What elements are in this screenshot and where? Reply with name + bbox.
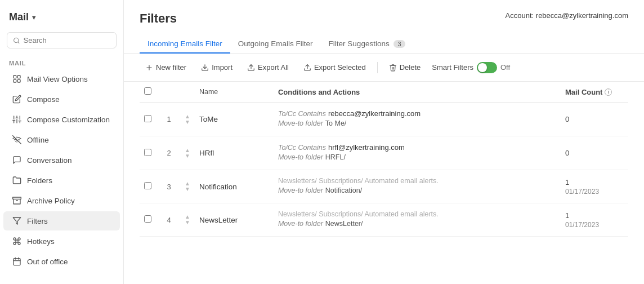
row-number: 4 — [158, 203, 180, 237]
row-checkbox[interactable] — [144, 115, 151, 122]
sidebar-item-conversation[interactable]: Conversation — [3, 150, 120, 170]
svg-rect-5 — [17, 79, 20, 82]
col-select-all[interactable] — [140, 82, 158, 103]
edit-icon — [12, 95, 21, 104]
sidebar: Mail ▾ MAIL Mail View Options Compose Co… — [0, 0, 124, 284]
search-icon — [13, 37, 20, 45]
col-count: Mail Count i — [561, 82, 628, 103]
export-all-icon — [247, 64, 255, 72]
import-button[interactable]: Import — [195, 60, 238, 74]
app-title: Mail — [9, 11, 29, 23]
sidebar-item-filters[interactable]: Filters — [3, 211, 120, 230]
export-all-button[interactable]: Export All — [242, 60, 294, 74]
col-name: Name — [195, 82, 274, 103]
sidebar-item-label: Compose Customization — [27, 116, 110, 124]
wifi-off-icon — [12, 135, 21, 144]
chevron-down-icon: ▾ — [32, 14, 35, 21]
main-content: Account: rebecca@zylkertraining.com Filt… — [124, 0, 644, 284]
filter-conditions: Newsletters/ Subscriptions/ Automated em… — [274, 203, 561, 237]
svg-rect-3 — [17, 76, 20, 78]
table-row: 1 ▲▼ ToMe To/Cc Contains rebecca@zylkert… — [140, 103, 628, 136]
sidebar-item-label: Out of office — [27, 258, 68, 266]
tab-incoming[interactable]: Incoming Emails Filter — [140, 35, 230, 54]
reorder-arrows[interactable]: ▲▼ — [185, 114, 190, 125]
sidebar-section-label: MAIL — [0, 55, 123, 69]
search-input[interactable] — [24, 36, 111, 45]
sidebar-item-label: Archive Policy — [27, 197, 75, 205]
archive-icon — [12, 196, 21, 205]
filter-name: NewsLetter — [195, 203, 274, 237]
folder-icon — [12, 176, 21, 185]
reorder-arrows[interactable]: ▲▼ — [185, 181, 190, 192]
svg-rect-4 — [14, 79, 16, 82]
sidebar-item-label: Filters — [27, 217, 48, 225]
table-row: 3 ▲▼ Notification Newsletters/ Subscript… — [140, 170, 628, 203]
toolbar-divider — [377, 62, 378, 73]
svg-rect-17 — [13, 197, 21, 199]
filters-table-container: Name Conditions and Actions Mail Count i — [124, 82, 644, 284]
sliders-icon — [12, 115, 21, 124]
sidebar-item-compose-customization[interactable]: Compose Customization — [3, 110, 120, 129]
row-checkbox[interactable] — [144, 182, 151, 189]
filter-name: Notification — [195, 170, 274, 203]
svg-line-1 — [18, 42, 19, 43]
new-filter-button[interactable]: New filter — [140, 60, 192, 74]
tab-suggestions[interactable]: Filter Suggestions 3 — [321, 35, 413, 54]
sidebar-item-out-of-office[interactable]: Out of office — [3, 252, 120, 271]
filter-count: 1 01/17/2023 — [561, 203, 628, 237]
toolbar: New filter Import Export All Export Sele… — [124, 54, 644, 82]
sidebar-item-mail-view-options[interactable]: Mail View Options — [3, 69, 120, 88]
command-icon — [12, 237, 21, 246]
app-logo[interactable]: Mail ▾ — [0, 7, 123, 32]
table-row: 2 ▲▼ HRfl To/Cc Contains hrfl@zylkertrai… — [140, 136, 628, 170]
export-selected-icon — [303, 64, 311, 72]
row-number: 3 — [158, 170, 180, 203]
select-all-checkbox[interactable] — [144, 87, 151, 95]
col-arrows — [180, 82, 195, 103]
row-number: 2 — [158, 136, 180, 170]
reorder-arrows[interactable]: ▲▼ — [185, 214, 190, 225]
trash-icon — [389, 64, 397, 72]
delete-button[interactable]: Delete — [383, 60, 427, 74]
filter-name: HRfl — [195, 136, 274, 170]
grid-icon — [12, 74, 21, 83]
row-checkbox[interactable] — [144, 215, 151, 223]
filter-conditions: To/Cc Contains hrfl@zylkertraining.com M… — [274, 136, 561, 170]
sidebar-item-folders[interactable]: Folders — [3, 171, 120, 190]
account-info: Account: rebecca@zylkertraining.com — [506, 11, 628, 20]
svg-rect-2 — [14, 76, 16, 78]
account-email: rebecca@zylkertraining.com — [536, 11, 628, 20]
import-icon — [201, 64, 209, 72]
filter-conditions: Newsletters/ Subscriptions/ Automated em… — [274, 170, 561, 203]
svg-marker-19 — [13, 218, 20, 224]
sidebar-item-archive-policy[interactable]: Archive Policy — [3, 191, 120, 210]
sidebar-item-label: Offline — [27, 136, 49, 144]
tab-outgoing[interactable]: Outgoing Emails Filter — [230, 35, 321, 54]
sidebar-item-label: Compose — [27, 95, 60, 104]
count-info-icon[interactable]: i — [605, 88, 612, 96]
col-conditions: Conditions and Actions — [274, 82, 561, 103]
row-checkbox[interactable] — [144, 149, 151, 156]
filter-count: 0 — [561, 103, 628, 136]
main-header: Account: rebecca@zylkertraining.com Filt… — [124, 0, 644, 54]
plus-icon — [145, 64, 153, 72]
export-selected-button[interactable]: Export Selected — [298, 60, 372, 74]
tab-bar: Incoming Emails Filter Outgoing Emails F… — [140, 35, 628, 53]
smart-filters-toggle[interactable] — [477, 62, 497, 73]
row-number: 1 — [158, 103, 180, 136]
sidebar-item-offline[interactable]: Offline — [3, 130, 120, 149]
search-box[interactable] — [7, 32, 117, 48]
table-row: 4 ▲▼ NewsLetter Newsletters/ Subscriptio… — [140, 203, 628, 237]
filter-count: 0 — [561, 136, 628, 170]
reorder-arrows[interactable]: ▲▼ — [185, 148, 190, 159]
sidebar-item-label: Hotkeys — [27, 237, 55, 246]
smart-filters-label: Smart Filters — [432, 63, 473, 72]
suggestions-badge: 3 — [393, 40, 405, 48]
smart-filters-off-label: Off — [500, 63, 510, 72]
filter-conditions: To/Cc Contains rebecca@zylkertraining.co… — [274, 103, 561, 136]
sidebar-item-compose[interactable]: Compose — [3, 90, 120, 109]
sidebar-item-label: Mail View Options — [27, 75, 88, 83]
message-square-icon — [12, 156, 21, 165]
filter-icon — [12, 216, 21, 225]
sidebar-item-hotkeys[interactable]: Hotkeys — [3, 232, 120, 251]
